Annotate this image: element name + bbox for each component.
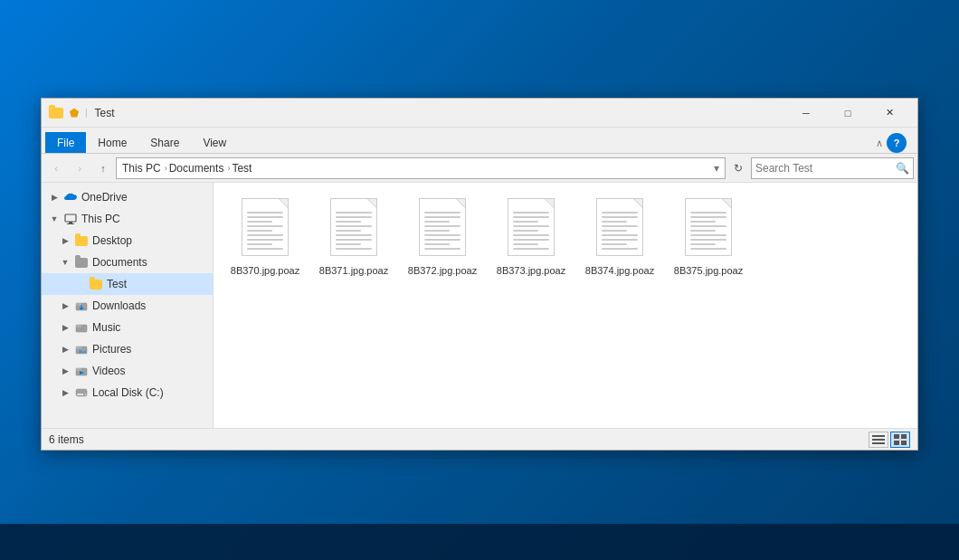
close-button[interactable]: ✕ [869, 99, 910, 128]
sidebar-label-downloads: Downloads [92, 299, 146, 312]
pictures-folder-icon [74, 342, 89, 356]
chevron-icon: ▶ [60, 236, 71, 245]
file-icon-5 [681, 198, 736, 261]
address-path[interactable]: This PC › Documents › Test ▾ [116, 157, 726, 179]
svg-rect-20 [894, 434, 899, 439]
svg-rect-23 [901, 441, 907, 445]
search-icon[interactable]: 🔍 [896, 162, 909, 175]
taskbar [0, 524, 959, 560]
sidebar-label-localdisk: Local Disk (C:) [92, 386, 164, 399]
search-box[interactable]: 🔍 [751, 157, 914, 179]
ribbon-collapse-btn[interactable]: ∧ [876, 138, 883, 149]
svg-point-16 [83, 394, 85, 395]
sidebar-label-pictures: Pictures [92, 343, 131, 356]
svg-rect-1 [69, 222, 72, 223]
quick-access-icon [67, 106, 81, 120]
refresh-button[interactable]: ↻ [727, 157, 749, 179]
svg-rect-19 [872, 442, 885, 444]
path-documents: Documents [169, 162, 224, 175]
maximize-button[interactable]: □ [827, 99, 869, 128]
sidebar-item-desktop[interactable]: ▶ Desktop [42, 230, 213, 252]
sidebar-label-documents: Documents [92, 256, 147, 269]
svg-rect-4 [76, 303, 81, 306]
test-folder-icon [89, 277, 103, 291]
svg-rect-18 [872, 439, 885, 441]
path-segment-2: Test [232, 162, 252, 175]
drive-icon [74, 385, 89, 400]
chevron-icon: ▶ [60, 366, 71, 375]
view-toggle [869, 432, 910, 448]
title-bar: | Test ─ □ ✕ [42, 99, 917, 128]
grid-view-button[interactable] [890, 432, 910, 448]
tab-file[interactable]: File [45, 132, 86, 153]
sidebar-item-thispc[interactable]: ▼ This PC [42, 208, 213, 230]
chevron-icon: ▶ [49, 193, 60, 202]
sidebar-item-onedrive[interactable]: ▶ OneDrive [42, 186, 213, 208]
path-thispc: This PC [122, 162, 161, 175]
tab-view[interactable]: View [191, 132, 238, 153]
minimize-button[interactable]: ─ [785, 99, 827, 128]
file-item-0[interactable]: 8B370.jpg.poaz [224, 194, 306, 280]
status-bar: 6 items [42, 428, 917, 450]
main-content: ▶ OneDrive ▼ This PC ▶ Desktop [42, 183, 917, 428]
list-view-button[interactable] [869, 432, 888, 448]
window-title: Test [95, 107, 785, 119]
sidebar-item-downloads[interactable]: ▶ Downloads [42, 295, 213, 317]
chevron-icon: ▼ [49, 214, 60, 223]
svg-rect-2 [67, 223, 74, 224]
file-item-3[interactable]: 8B373.jpg.poaz [490, 194, 572, 280]
title-separator: | [85, 108, 88, 118]
file-item-2[interactable]: 8B372.jpg.poaz [402, 194, 483, 280]
path-segment-1: Documents › [169, 162, 233, 175]
folder-icon-title [49, 106, 63, 120]
file-item-1[interactable]: 8B371.jpg.poaz [313, 194, 394, 280]
chevron-icon: ▼ [60, 258, 71, 267]
chevron-icon: ▶ [60, 323, 71, 332]
sidebar-label-music: Music [92, 321, 120, 334]
file-item-5[interactable]: 8B375.jpg.poaz [668, 194, 749, 280]
up-button[interactable]: ↑ [92, 157, 114, 179]
svg-text:♪: ♪ [81, 326, 83, 331]
path-arrow-0: › [165, 164, 167, 173]
onedrive-icon [63, 190, 78, 204]
file-name-3: 8B373.jpg.poaz [497, 265, 565, 276]
downloads-folder-icon [74, 299, 89, 313]
tab-share[interactable]: Share [138, 132, 191, 153]
sidebar-item-pictures[interactable]: ▶ Pictures [42, 338, 213, 360]
file-name-0: 8B370.jpg.poaz [231, 265, 299, 276]
sidebar-label-videos: Videos [92, 365, 125, 377]
svg-rect-17 [872, 435, 885, 437]
path-test: Test [232, 162, 252, 175]
search-input[interactable] [755, 162, 896, 175]
file-icon-0 [238, 198, 292, 261]
ribbon-tabs: File Home Share View ∧ ? [42, 128, 917, 153]
status-item-count: 6 items [49, 433, 84, 446]
videos-folder-icon [74, 364, 89, 378]
file-name-2: 8B372.jpg.poaz [408, 265, 477, 276]
desktop-folder-icon [74, 233, 89, 248]
path-arrow-1: › [227, 164, 230, 173]
address-bar: ‹ › ↑ This PC › Documents › Test ▾ ↻ 🔍 [42, 154, 917, 183]
sidebar-label-desktop: Desktop [92, 234, 132, 247]
sidebar-item-videos[interactable]: ▶ Videos [42, 360, 213, 382]
svg-rect-22 [894, 441, 899, 445]
file-icon-4 [593, 198, 647, 261]
ribbon: File Home Share View ∧ ? [42, 128, 917, 154]
svg-rect-21 [901, 434, 907, 439]
title-bar-icons: | [49, 106, 88, 120]
sidebar-item-localdisk[interactable]: ▶ Local Disk (C:) [42, 382, 213, 403]
documents-folder-icon [74, 255, 89, 270]
chevron-icon: ▶ [60, 301, 71, 310]
back-button[interactable]: ‹ [45, 157, 67, 179]
sidebar-item-documents[interactable]: ▼ Documents [42, 252, 213, 273]
path-segment-0: This PC › [122, 162, 169, 175]
file-name-5: 8B375.jpg.poaz [674, 265, 743, 276]
forward-button[interactable]: › [69, 157, 90, 179]
path-dropdown-btn[interactable]: ▾ [714, 162, 719, 175]
sidebar-item-test[interactable]: Test [42, 273, 213, 295]
help-button[interactable]: ? [887, 133, 907, 153]
tab-home[interactable]: Home [86, 132, 138, 153]
sidebar-item-music[interactable]: ▶ ♪ Music [42, 317, 213, 338]
file-item-4[interactable]: 8B374.jpg.poaz [579, 194, 660, 280]
sidebar: ▶ OneDrive ▼ This PC ▶ Desktop [42, 183, 214, 428]
